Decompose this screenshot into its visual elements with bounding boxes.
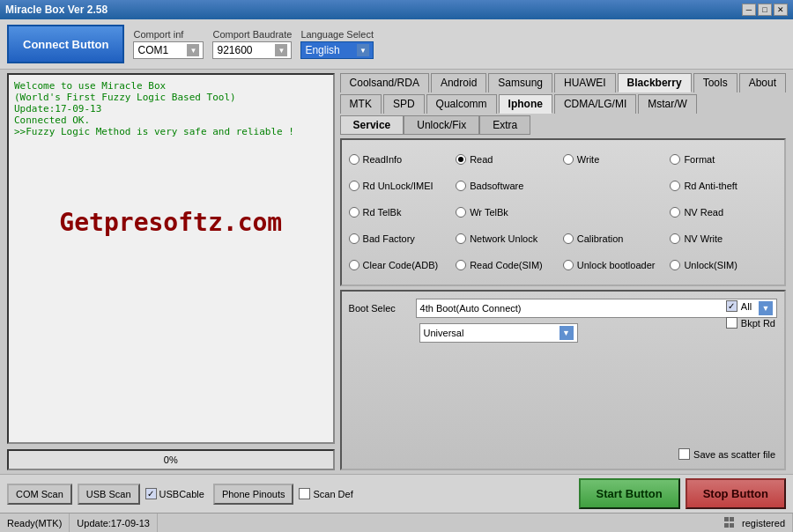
boot-select-value: 4th Boot(Auto Connect) bbox=[420, 303, 759, 314]
check-all-box[interactable]: ✓ bbox=[726, 300, 737, 312]
radio-nvread[interactable]: NV Read bbox=[670, 207, 777, 218]
universal-row: Universal ▼ bbox=[349, 323, 777, 343]
tab-tools[interactable]: Tools bbox=[693, 73, 737, 92]
baud-label: Comport Baudrate bbox=[212, 29, 292, 40]
lang-dropdown-arrow: ▼ bbox=[357, 44, 369, 56]
tab-spd[interactable]: SPD bbox=[383, 94, 425, 114]
usb-cable-checkbox[interactable]: ✓ bbox=[145, 488, 157, 499]
comport-select[interactable]: COM1 ▼ bbox=[133, 41, 204, 59]
radio-unlocksim-label: Unlock(SIM) bbox=[684, 260, 737, 270]
inner-tabs: Service Unlock/Fix Extra bbox=[340, 115, 786, 135]
radio-badsoftware[interactable]: Badsoftware bbox=[456, 181, 563, 191]
radio-readcode-circle bbox=[456, 260, 466, 270]
tab-samsung[interactable]: Samsung bbox=[488, 73, 552, 92]
radio-nvwrite-circle bbox=[670, 233, 680, 244]
radio-wrtelbk[interactable]: Wr TelBk bbox=[456, 207, 563, 218]
radio-rdunlock[interactable]: Rd UnLock/IMEI bbox=[349, 181, 456, 191]
start-button[interactable]: Start Button bbox=[579, 478, 680, 509]
radio-rdtelbk-circle bbox=[349, 207, 359, 218]
radio-nvwrite[interactable]: NV Write bbox=[670, 233, 777, 244]
com-scan-button[interactable]: COM Scan bbox=[7, 484, 72, 505]
radio-badfactory-label: Bad Factory bbox=[363, 233, 415, 244]
tab-cdma[interactable]: CDMA/LG/MI bbox=[554, 94, 636, 114]
baud-dropdown-arrow: ▼ bbox=[275, 44, 287, 56]
radio-format[interactable]: Format bbox=[670, 154, 777, 165]
radio-read[interactable]: Read bbox=[456, 154, 563, 165]
radio-networkunlock[interactable]: Network Unlock bbox=[456, 233, 563, 244]
checkbox-area: ✓ All Bkpt Rd bbox=[726, 300, 775, 329]
main-window: Connect Button Comport inf COM1 ▼ Compor… bbox=[0, 19, 793, 532]
maximize-button[interactable]: □ bbox=[758, 4, 772, 16]
connect-button[interactable]: Connect Button bbox=[7, 25, 124, 63]
check-bkpt-box[interactable] bbox=[726, 317, 737, 329]
radio-calibration[interactable]: Calibration bbox=[563, 233, 671, 244]
radio-unlocksim[interactable]: Unlock(SIM) bbox=[670, 260, 777, 270]
scatter-checkbox[interactable] bbox=[678, 448, 690, 460]
radio-rdantitheft[interactable]: Rd Anti-theft bbox=[670, 181, 777, 191]
check-bkpt-label: Bkpt Rd bbox=[741, 318, 775, 329]
tab-about[interactable]: About bbox=[739, 73, 786, 92]
radio-badfactory[interactable]: Bad Factory bbox=[349, 233, 456, 244]
baud-value: 921600 bbox=[217, 44, 273, 56]
boot-area: Boot Selec 4th Boot(Auto Connect) ▼ Univ… bbox=[340, 290, 786, 470]
scan-def-checkbox[interactable] bbox=[299, 488, 310, 499]
scan-def-check[interactable]: Scan Def bbox=[299, 488, 352, 499]
tab-row-2: MTK SPD Qualcomm Iphone CDMA/LG/MI Mstar… bbox=[340, 94, 786, 114]
radio-readinfo[interactable]: ReadInfo bbox=[349, 154, 456, 165]
tab-iphone[interactable]: Iphone bbox=[499, 94, 552, 114]
tab-mstar[interactable]: Mstar/W bbox=[638, 94, 697, 114]
title-bar: Miracle Box Ver 2.58 ─ □ ✕ bbox=[0, 0, 793, 19]
close-button[interactable]: ✕ bbox=[774, 4, 788, 16]
check-all-item[interactable]: ✓ All bbox=[726, 300, 775, 312]
stop-button[interactable]: Stop Button bbox=[686, 478, 786, 509]
boot-select-label: Boot Selec bbox=[349, 303, 411, 314]
radio-readinfo-circle bbox=[349, 154, 359, 165]
inner-tab-extra[interactable]: Extra bbox=[479, 115, 530, 135]
tab-qualcomm[interactable]: Qualcomm bbox=[426, 94, 497, 114]
boot-select-row: Boot Selec 4th Boot(Auto Connect) ▼ bbox=[349, 299, 777, 318]
status-bar: Ready(MTK) Update:17-09-13 registered bbox=[0, 513, 793, 532]
check-bkpt-item[interactable]: Bkpt Rd bbox=[726, 317, 775, 329]
radio-rdunlock-label: Rd UnLock/IMEI bbox=[363, 181, 434, 191]
tab-huawei[interactable]: HUAWEI bbox=[554, 73, 616, 92]
inner-tab-unlock[interactable]: Unlock/Fix bbox=[404, 115, 479, 135]
comport-dropdown-arrow: ▼ bbox=[187, 44, 199, 56]
minimize-button[interactable]: ─ bbox=[742, 4, 756, 16]
universal-select[interactable]: Universal ▼ bbox=[419, 323, 578, 343]
usb-cable-check[interactable]: ✓ USBCable bbox=[145, 488, 204, 499]
radio-rdantitheft-label: Rd Anti-theft bbox=[684, 181, 737, 191]
radio-write[interactable]: Write bbox=[563, 154, 671, 165]
comport-value: COM1 bbox=[137, 44, 185, 56]
options-panel: ReadInfo Read Write Format Rd UnLock/IME… bbox=[340, 138, 786, 286]
lang-group: Language Select English ▼ bbox=[300, 29, 374, 59]
radio-readcode-label: Read Code(SIM) bbox=[470, 260, 543, 270]
radio-rdtelbk[interactable]: Rd TelBk bbox=[349, 207, 456, 218]
tab-mtk[interactable]: MTK bbox=[340, 94, 382, 114]
usb-scan-button[interactable]: USB Scan bbox=[78, 484, 140, 505]
update-text: Update:17-09-13 bbox=[77, 518, 150, 528]
boot-select-control[interactable]: 4th Boot(Auto Connect) ▼ bbox=[416, 299, 777, 318]
baud-select[interactable]: 921600 ▼ bbox=[212, 41, 292, 59]
scan-def-label: Scan Def bbox=[313, 489, 352, 499]
lang-select[interactable]: English ▼ bbox=[300, 41, 374, 59]
radio-clearcode[interactable]: Clear Code(ADB) bbox=[349, 260, 456, 270]
radio-unlockbootloader[interactable]: Unlock bootloader bbox=[563, 260, 671, 270]
radio-readcode[interactable]: Read Code(SIM) bbox=[456, 260, 563, 270]
app-title: Miracle Box Ver 2.58 bbox=[5, 4, 107, 16]
radio-calibration-label: Calibration bbox=[577, 233, 624, 244]
inner-tab-service[interactable]: Service bbox=[340, 115, 404, 135]
tab-coolsand[interactable]: Coolsand/RDA bbox=[340, 73, 429, 92]
tab-android[interactable]: Android bbox=[431, 73, 486, 92]
log-line-2: (World's First Fuzzy Logic Based Tool) bbox=[14, 92, 328, 103]
watermark: Getpresoftz.com bbox=[14, 208, 328, 237]
radio-badfactory-circle bbox=[349, 233, 359, 244]
phone-pinouts-button[interactable]: Phone Pinouts bbox=[213, 484, 294, 505]
radio-write-circle bbox=[563, 154, 574, 165]
radio-rdunlock-circle bbox=[349, 181, 359, 191]
radio-calibration-circle bbox=[563, 233, 574, 244]
bottom-bar: COM Scan USB Scan ✓ USBCable Phone Pinou… bbox=[0, 474, 793, 513]
tab-blackberry[interactable]: Blackberry bbox=[618, 73, 692, 92]
radio-unlockbootloader-circle bbox=[563, 260, 574, 270]
radio-format-circle bbox=[670, 154, 680, 165]
radio-read-label: Read bbox=[470, 154, 493, 165]
